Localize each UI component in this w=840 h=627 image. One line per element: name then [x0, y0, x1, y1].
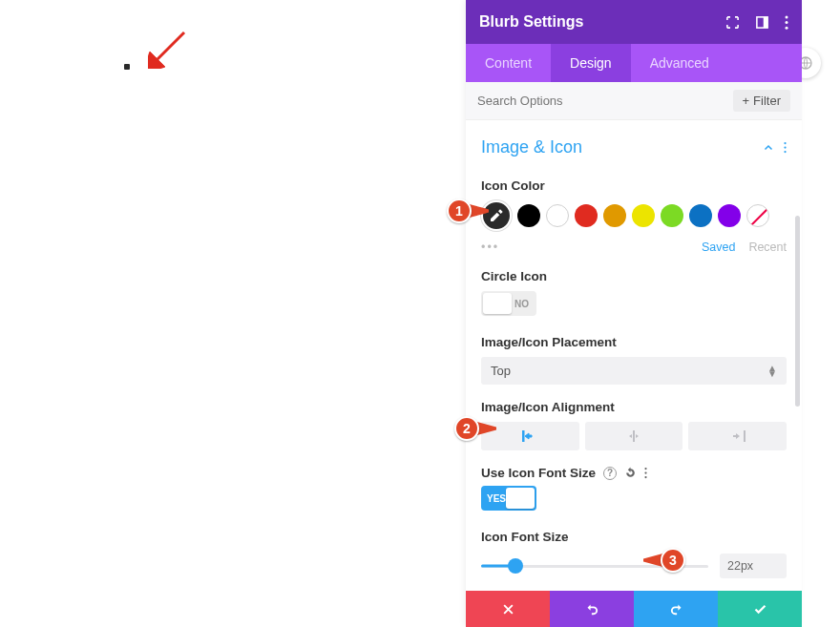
font-size-label: Icon Font Size [481, 530, 787, 544]
expand-icon[interactable] [725, 15, 740, 30]
search-row: + Filter [466, 82, 802, 120]
svg-point-6 [786, 26, 788, 29]
placement-value: Top [491, 364, 511, 378]
alignment-label: Image/Icon Alignment [481, 400, 787, 414]
svg-point-9 [784, 151, 786, 153]
cancel-button[interactable] [466, 591, 550, 627]
annotation-marker-3: 3 [638, 546, 685, 575]
section-menu-icon[interactable] [784, 141, 787, 154]
undo-button[interactable] [550, 591, 634, 627]
svg-point-5 [786, 21, 788, 24]
scrollbar[interactable] [795, 216, 800, 407]
swatch-white[interactable] [546, 204, 569, 227]
alignment-group [481, 422, 787, 450]
svg-point-13 [644, 468, 646, 470]
placement-label: Image/Icon Placement [481, 335, 787, 349]
undo-icon [585, 602, 599, 617]
align-right-button[interactable] [688, 422, 787, 450]
swatch-blue[interactable] [689, 204, 712, 227]
icon-color-label: Icon Color [481, 178, 787, 193]
font-size-value[interactable]: 22px [720, 554, 787, 578]
pointer-arrow [148, 31, 186, 69]
more-swatches-icon[interactable]: ••• [481, 240, 499, 254]
blurb-module-preview[interactable] [124, 64, 130, 70]
panel-title: Blurb Settings [479, 13, 583, 31]
filter-button[interactable]: + Filter [733, 90, 790, 112]
svg-rect-12 [744, 430, 746, 442]
svg-rect-11 [633, 430, 635, 442]
swatch-purple[interactable] [718, 204, 741, 227]
svg-point-7 [784, 142, 786, 144]
recent-colors-link[interactable]: Recent [748, 240, 787, 254]
swatch-green[interactable] [661, 204, 683, 227]
swatch-yellow[interactable] [632, 204, 655, 227]
svg-rect-10 [522, 430, 524, 442]
svg-point-15 [644, 476, 646, 478]
section-title: Image & Icon [481, 137, 582, 157]
plus-icon: + [743, 94, 750, 108]
filter-label: Filter [753, 94, 781, 108]
align-right-icon [730, 430, 746, 442]
tab-advanced[interactable]: Advanced [631, 44, 728, 82]
svg-point-4 [786, 15, 788, 18]
slider-thumb[interactable] [509, 559, 522, 573]
swatch-red[interactable] [575, 204, 598, 227]
circle-icon-label: Circle Icon [481, 269, 787, 283]
redo-icon [669, 602, 683, 617]
toggle-yes-label: YES [487, 493, 506, 504]
align-left-icon [522, 430, 537, 442]
circle-icon-toggle[interactable]: NO [481, 291, 536, 316]
swatch-none[interactable] [746, 204, 769, 227]
saved-colors-link[interactable]: Saved [702, 240, 735, 254]
tab-design[interactable]: Design [551, 44, 631, 82]
close-icon [502, 603, 514, 616]
option-menu-icon[interactable] [644, 467, 647, 479]
swatch-black[interactable] [517, 204, 540, 227]
redo-button[interactable] [634, 591, 718, 627]
svg-rect-3 [764, 16, 767, 27]
tab-content[interactable]: Content [466, 44, 551, 82]
svg-point-8 [784, 146, 786, 148]
reset-icon[interactable] [624, 467, 637, 479]
align-center-icon [626, 430, 641, 442]
panel-body: Image & Icon Icon Color ••• Saved [466, 120, 802, 591]
annotation-marker-2: 2 [454, 414, 502, 443]
placement-select[interactable]: Top ▲▼ [481, 357, 787, 385]
annotation-marker-1: 1 [447, 197, 494, 225]
check-icon [753, 602, 767, 617]
align-center-button[interactable] [585, 422, 683, 450]
chevron-up-icon[interactable] [763, 142, 774, 154]
search-input[interactable] [477, 94, 725, 108]
select-caret-icon: ▲▼ [767, 366, 777, 377]
swatch-orange[interactable] [603, 204, 626, 227]
use-font-size-label: Use Icon Font Size [481, 466, 596, 480]
dock-icon[interactable] [755, 15, 769, 30]
panel-header: Blurb Settings [466, 0, 802, 44]
svg-line-0 [154, 32, 184, 63]
toggle-no-label: NO [514, 299, 529, 309]
help-icon[interactable]: ? [603, 467, 617, 480]
panel-footer [466, 591, 802, 627]
svg-point-14 [644, 471, 646, 473]
section-header[interactable]: Image & Icon [481, 130, 787, 169]
color-swatches [481, 200, 787, 231]
use-font-size-toggle[interactable]: YES [481, 486, 536, 511]
save-button[interactable] [718, 591, 802, 627]
tabs: Content Design Advanced [466, 44, 802, 82]
settings-panel: Blurb Settings Content Design Advanced +… [466, 0, 802, 627]
kebab-menu-icon[interactable] [785, 15, 788, 30]
